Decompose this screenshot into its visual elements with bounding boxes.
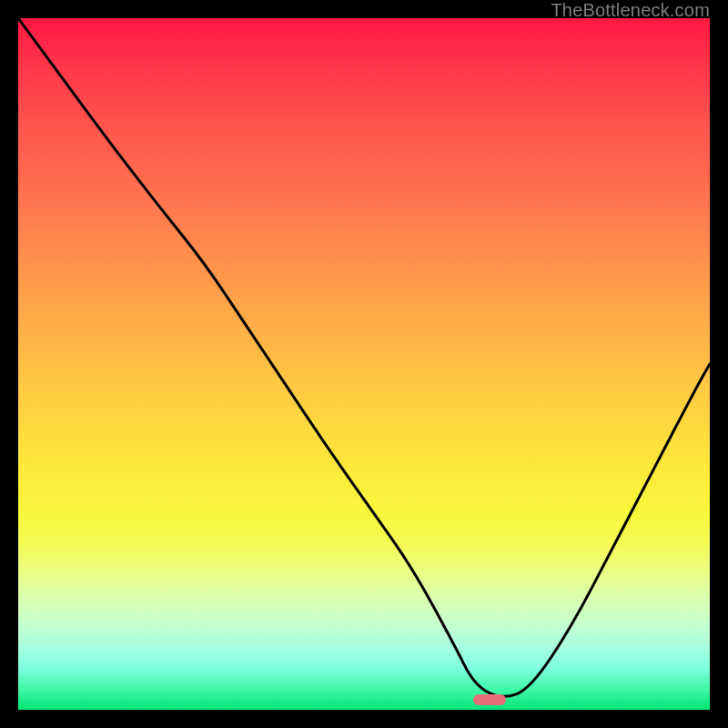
bottleneck-curve (18, 18, 710, 696)
outer-frame: TheBottleneck.com (0, 0, 728, 728)
plot-area (18, 18, 710, 710)
optimal-marker (473, 694, 506, 705)
curve-layer (18, 18, 710, 710)
